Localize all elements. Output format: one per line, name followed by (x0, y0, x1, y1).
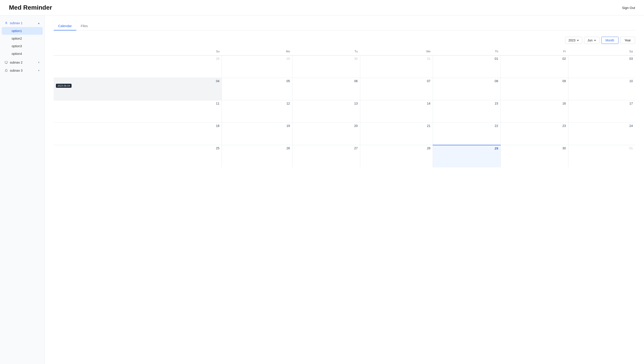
col-tu: Tu (292, 48, 360, 56)
day-number: 26 (224, 146, 290, 150)
person-icon (4, 21, 8, 25)
calendar-cell-2-2[interactable]: 13 (292, 100, 360, 123)
day-number: 15 (435, 102, 498, 105)
day-number: 19 (224, 124, 290, 128)
subnav1-label: subnav 1 (10, 21, 22, 25)
sidebar-item-subnav2[interactable]: subnav 2 ▼ (0, 58, 44, 67)
calendar-cell-0-3[interactable]: 31 (360, 56, 433, 78)
calendar-cell-3-3[interactable]: 21 (360, 123, 433, 145)
calendar-cell-0-6[interactable]: 03 (568, 56, 635, 78)
calendar-cell-1-0[interactable]: 042023-06-04 (54, 78, 222, 100)
sidebar: subnav 1 ▲ option1 option2 option3 optio… (0, 16, 45, 364)
calendar-cell-4-4[interactable]: 29 (433, 145, 500, 167)
day-number: 28 (362, 146, 430, 150)
calendar-cell-2-1[interactable]: 12 (222, 100, 292, 123)
col-we: We (360, 48, 433, 56)
calendar-cell-2-4[interactable]: 15 (433, 100, 500, 123)
year-chevron-icon: ▼ (577, 39, 579, 42)
calendar-grid: Su Mo Tu We Th Fr Sa 2829303101020304202… (54, 48, 635, 167)
month-value: Jun (588, 39, 592, 42)
calendar-cell-3-4[interactable]: 22 (433, 123, 500, 145)
day-number: 16 (503, 102, 566, 105)
calendar-cell-1-1[interactable]: 05 (222, 78, 292, 100)
calendar-cell-4-1[interactable]: 26 (222, 145, 292, 167)
sidebar-option-option3[interactable]: option3 (2, 42, 43, 50)
calendar-cell-3-1[interactable]: 19 (222, 123, 292, 145)
day-number: 14 (362, 102, 430, 105)
view-month-button[interactable]: Month (601, 37, 618, 44)
day-number: 08 (435, 79, 498, 83)
app-title: Med Reminder (9, 4, 52, 11)
calendar-cell-2-0[interactable]: 11 (54, 100, 222, 123)
day-number: 01 (571, 146, 633, 150)
sign-out-button[interactable]: Sign Out (622, 6, 635, 10)
year-dropdown[interactable]: 2023 ▼ (565, 37, 582, 44)
calendar-cell-4-0[interactable]: 25 (54, 145, 222, 167)
calendar-cell-2-6[interactable]: 17 (568, 100, 635, 123)
sidebar-option-option1[interactable]: option1 (2, 27, 43, 35)
day-number: 03 (571, 57, 633, 60)
day-number: 24 (571, 124, 633, 128)
calendar-header-row: Su Mo Tu We Th Fr Sa (54, 48, 635, 56)
tab-files[interactable]: Files (76, 22, 92, 31)
calendar-week-2: 11121314151617 (54, 100, 635, 123)
sidebar-item-subnav1[interactable]: subnav 1 ▲ (0, 19, 44, 27)
header: Med Reminder Sign Out (0, 0, 644, 16)
layout: subnav 1 ▲ option1 option2 option3 optio… (0, 16, 644, 364)
day-number: 18 (56, 124, 219, 128)
main-content: Calendar Files 2023 ▼ Jun ▼ Month Year S… (45, 16, 644, 364)
calendar-cell-1-2[interactable]: 06 (292, 78, 360, 100)
subnav1-options: option1 option2 option3 option4 (0, 27, 44, 58)
calendar-cell-1-5[interactable]: 09 (500, 78, 568, 100)
tabs: Calendar Files (54, 22, 635, 31)
calendar-cell-0-5[interactable]: 02 (500, 56, 568, 78)
day-number: 29 (224, 57, 290, 60)
calendar-cell-1-6[interactable]: 10 (568, 78, 635, 100)
col-th: Th (433, 48, 500, 56)
calendar-week-0: 28293031010203 (54, 56, 635, 78)
calendar-cell-0-4[interactable]: 01 (433, 56, 500, 78)
day-number: 25 (56, 146, 219, 150)
calendar-cell-3-6[interactable]: 24 (568, 123, 635, 145)
calendar-cell-0-1[interactable]: 29 (222, 56, 292, 78)
day-number: 01 (435, 57, 498, 60)
day-number: 11 (56, 102, 219, 105)
date-tooltip-badge: 2023-06-04 (56, 84, 72, 88)
sidebar-item-subnav3[interactable]: subnav 3 ▼ (0, 67, 44, 75)
chevron-down-icon2: ▼ (38, 69, 40, 72)
tab-calendar[interactable]: Calendar (54, 22, 76, 31)
calendar-cell-4-6[interactable]: 01 (568, 145, 635, 167)
month-dropdown[interactable]: Jun ▼ (584, 37, 599, 44)
day-number: 13 (295, 102, 358, 105)
monitor-icon (4, 61, 8, 64)
month-chevron-icon: ▼ (594, 39, 596, 42)
year-value: 2023 (568, 39, 575, 42)
calendar-cell-4-2[interactable]: 27 (292, 145, 360, 167)
calendar-cell-4-5[interactable]: 30 (500, 145, 568, 167)
day-number: 06 (295, 79, 358, 83)
day-number: 31 (362, 57, 430, 60)
subnav2-label: subnav 2 (10, 61, 22, 64)
day-number: 07 (362, 79, 430, 83)
calendar-cell-0-2[interactable]: 30 (292, 56, 360, 78)
calendar-cell-3-0[interactable]: 18 (54, 123, 222, 145)
calendar-controls: 2023 ▼ Jun ▼ Month Year (54, 37, 635, 44)
calendar-cell-2-5[interactable]: 16 (500, 100, 568, 123)
day-number: 29 (435, 147, 498, 150)
calendar-cell-1-4[interactable]: 08 (433, 78, 500, 100)
calendar-cell-3-5[interactable]: 23 (500, 123, 568, 145)
col-mo: Mo (222, 48, 292, 56)
calendar-cell-4-3[interactable]: 28 (360, 145, 433, 167)
sidebar-option-option2[interactable]: option2 (2, 35, 43, 42)
col-fr: Fr (500, 48, 568, 56)
view-year-button[interactable]: Year (620, 37, 635, 44)
calendar-cell-0-0[interactable]: 28 (54, 56, 222, 78)
day-number: 23 (503, 124, 566, 128)
sidebar-option-option4[interactable]: option4 (2, 50, 43, 58)
calendar-cell-2-3[interactable]: 14 (360, 100, 433, 123)
day-number: 21 (362, 124, 430, 128)
day-number: 04 (56, 79, 219, 83)
col-sa: Sa (568, 48, 635, 56)
calendar-cell-3-2[interactable]: 20 (292, 123, 360, 145)
calendar-cell-1-3[interactable]: 07 (360, 78, 433, 100)
